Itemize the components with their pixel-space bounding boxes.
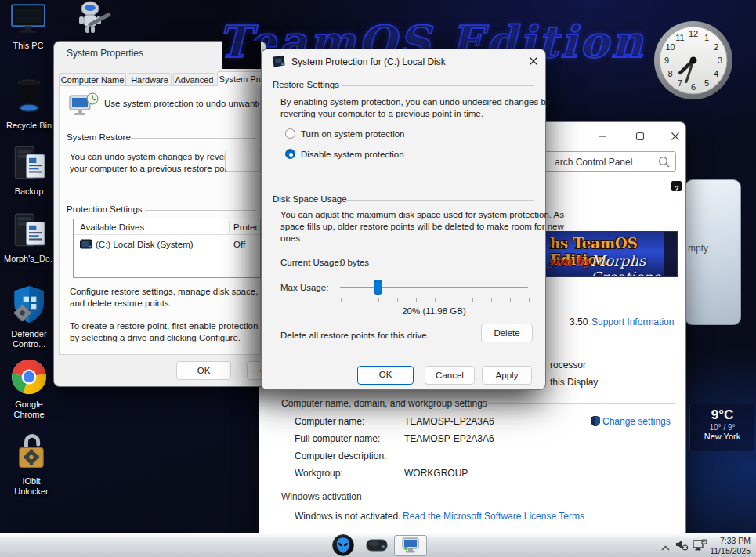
- tab-computer-name[interactable]: Computer Name: [59, 73, 126, 86]
- server-document-icon: [11, 212, 47, 249]
- restore-desc-line1: By enabling system protection, you can u…: [280, 96, 551, 108]
- create-restore-text-line1: To create a restore point, first enable …: [70, 320, 258, 332]
- slider-tick-marks: [341, 298, 530, 302]
- divider: [342, 85, 534, 86]
- system-window-icon: [401, 537, 420, 554]
- help-button[interactable]: ?: [671, 181, 682, 191]
- drive-row[interactable]: (C:) Local Disk (System) Off: [74, 237, 260, 252]
- svg-text:9: 9: [664, 56, 669, 65]
- alienware-start-icon: [336, 537, 350, 554]
- minimize-icon: [598, 132, 607, 141]
- radio-disable-label[interactable]: Disable system protection: [301, 149, 404, 161]
- available-drives-list[interactable]: Available Drives Protec (C:) Local Disk …: [73, 219, 261, 278]
- desktop-icon-recycle-bin[interactable]: Recycle Bin: [4, 77, 54, 131]
- sidebar-gadget[interactable]: mpty: [685, 179, 741, 325]
- svg-text:5: 5: [704, 78, 709, 88]
- svg-text:1: 1: [704, 33, 709, 42]
- tab-hardware[interactable]: Hardware: [128, 73, 172, 86]
- svg-text:4: 4: [714, 69, 718, 78]
- desktop-icon-defender[interactable]: Defender Contro...: [4, 284, 54, 349]
- dialog-title: System Protection for (C:) Local Disk: [291, 56, 446, 67]
- desktop-icon-this-pc[interactable]: This PC: [3, 3, 53, 51]
- start-button[interactable]: [332, 534, 354, 556]
- tray-expand-icon: [660, 544, 671, 552]
- workgroup-value: WORKGROUP: [404, 468, 468, 479]
- minimize-button[interactable]: [595, 130, 610, 144]
- column-divider: [229, 221, 230, 233]
- restore-desc-line2: reverting your computer to a previous po…: [280, 108, 483, 120]
- system-restore-group-label: System Restore: [67, 132, 131, 142]
- network-button[interactable]: [693, 539, 707, 555]
- desktop-icon-backup[interactable]: Backup: [4, 144, 54, 197]
- svg-text:6: 6: [691, 82, 696, 92]
- magnifier-icon[interactable]: [658, 156, 671, 168]
- banner-line2-prefix: you by: [548, 255, 591, 269]
- tray-expand-button[interactable]: [660, 541, 671, 555]
- svg-text:3: 3: [718, 56, 722, 65]
- protection-settings-group-label: Protection Settings: [67, 204, 143, 214]
- disk-drive-icon: [80, 239, 92, 249]
- desktop-icon-chrome[interactable]: Google Chrome: [4, 359, 54, 420]
- tab-advanced[interactable]: Advanced: [173, 73, 215, 86]
- this-pc-icon: [10, 3, 46, 36]
- divider: [365, 497, 676, 497]
- unlocker-padlock-icon: [14, 432, 49, 472]
- desktop-icon-iobit[interactable]: IObit Unlocker: [6, 432, 56, 497]
- close-button[interactable]: [667, 130, 683, 144]
- svg-text:8: 8: [668, 69, 673, 78]
- desktop-icon-morphs[interactable]: Morph's_De..: [4, 212, 54, 264]
- ok-button[interactable]: OK: [176, 361, 231, 380]
- support-prefix: 3.50: [570, 316, 588, 327]
- max-usage-slider[interactable]: [340, 280, 528, 295]
- icon-label: Backup: [4, 186, 54, 197]
- help-icon: ?: [674, 185, 678, 194]
- close-icon: [529, 56, 538, 66]
- volume-muted-icon: [675, 539, 689, 552]
- tab-system-protection[interactable]: System Pro: [217, 71, 266, 86]
- divider: [145, 210, 256, 211]
- slider-thumb[interactable]: [374, 280, 382, 295]
- radio-turn-on-protection[interactable]: [285, 128, 295, 139]
- system-restore-button-fragment[interactable]: [225, 150, 261, 172]
- cancel-button[interactable]: Cancel: [425, 366, 475, 385]
- taskbar-system-window-button[interactable]: [394, 535, 427, 556]
- column-protection: Protec: [233, 222, 259, 233]
- computer-name-value: TEAMOSP-EP2A3A6: [404, 416, 494, 427]
- system-restore-text-line2: your computer to a previous restore poin…: [70, 163, 237, 175]
- radio-turn-on-label[interactable]: Turn on system protection: [301, 128, 405, 140]
- maximize-button[interactable]: [632, 130, 648, 144]
- weather-range: 10° / 9°: [690, 423, 754, 432]
- clock-widget[interactable]: 12 1 2 3 4 5 6 7 8 9 10 11: [653, 20, 734, 104]
- weather-widget[interactable]: 9°C 10° / 9° New York: [689, 404, 754, 451]
- tray-clock[interactable]: 7:33 PM 11/15/2025: [707, 536, 751, 555]
- ok-button[interactable]: OK: [357, 366, 414, 385]
- delete-button[interactable]: Delete: [481, 324, 533, 342]
- taskbar-drive-button[interactable]: [364, 536, 389, 555]
- apply-button[interactable]: Apply: [482, 366, 532, 385]
- desktop: TeamOS Edition This PC Recycl: [0, 0, 756, 557]
- computer-section-heading: Computer name, domain, and workgroup set…: [281, 398, 487, 409]
- volume-button[interactable]: [675, 539, 689, 555]
- close-button[interactable]: [526, 54, 541, 68]
- icon-label: Defender Contro...: [4, 329, 54, 349]
- delete-restore-text: Delete all restore points for this drive…: [280, 330, 429, 342]
- current-usage-label: Current Usage:: [280, 257, 342, 269]
- license-terms-link[interactable]: Read the Microsoft Software License Term…: [403, 511, 584, 522]
- change-settings-link[interactable]: Change settings: [602, 416, 671, 427]
- radio-disable-protection[interactable]: [285, 149, 295, 159]
- desktop-icon-robot[interactable]: [67, 0, 117, 39]
- search-input-text: arch Control Panel: [555, 157, 632, 168]
- disk-desc-line2: space fills up, older restore points wil…: [280, 221, 564, 233]
- icon-label: IObit Unlocker: [6, 476, 56, 497]
- disk-drive-icon: [272, 56, 285, 67]
- workgroup-label: Workgroup:: [295, 468, 343, 479]
- drive-name: (C:) Local Disk (System): [96, 239, 194, 251]
- slider-track[interactable]: [340, 287, 528, 288]
- weather-city: New York: [690, 432, 754, 441]
- full-computer-name-label: Full computer name:: [295, 433, 380, 444]
- support-information-link[interactable]: Support Information: [591, 316, 674, 327]
- window-title: System Properties: [67, 48, 143, 59]
- system-restore-text-line1: You can undo system changes by reverting: [70, 151, 242, 163]
- configure-text-line1: Configure restore settings, manage disk …: [70, 286, 258, 298]
- disk-desc-line1: You can adjust the maximum disk space us…: [280, 209, 564, 221]
